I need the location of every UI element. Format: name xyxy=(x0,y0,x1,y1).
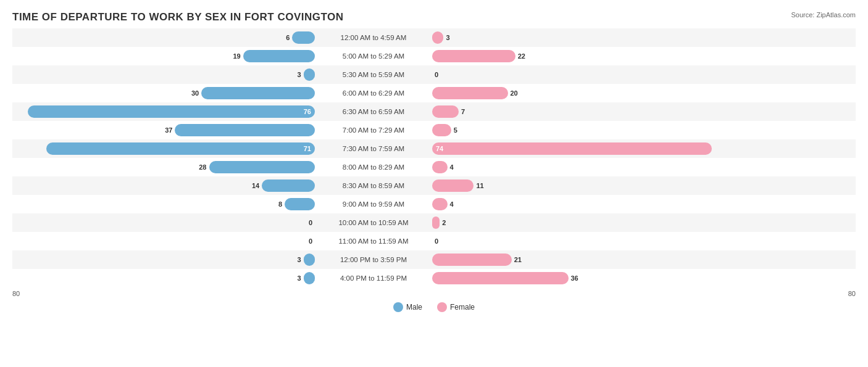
male-side: 3 xyxy=(12,68,315,81)
female-value: 20 xyxy=(511,89,518,97)
female-bar xyxy=(432,179,474,192)
time-label: 7:00 AM to 7:29 AM xyxy=(315,126,432,134)
table-row: 28 8:00 AM to 8:29 AM 4 xyxy=(12,158,856,176)
time-label: 4:00 PM to 11:59 PM xyxy=(315,274,432,282)
male-value-inside: 76 xyxy=(304,108,315,115)
time-label: 9:00 AM to 9:59 AM xyxy=(315,200,432,208)
female-value: 36 xyxy=(571,274,578,282)
female-bar xyxy=(432,254,512,266)
table-row: 8 9:00 AM to 9:59 AM 4 xyxy=(12,195,856,213)
female-value: 21 xyxy=(514,256,522,263)
male-side: 14 xyxy=(12,179,315,192)
female-value: 7 xyxy=(461,108,465,115)
female-bar xyxy=(432,272,569,284)
female-side: 5 xyxy=(432,124,856,136)
x-axis-right: 80 xyxy=(848,290,856,297)
female-bar xyxy=(432,105,459,118)
legend-female: Female xyxy=(437,302,475,312)
male-side: 19 xyxy=(12,50,315,62)
female-side: 74 xyxy=(432,142,856,155)
male-value: 30 xyxy=(191,89,199,97)
male-bar xyxy=(304,68,315,81)
male-bar xyxy=(292,31,315,44)
chart-area: 6 12:00 AM to 4:59 AM 3 19 5:00 AM to 5:… xyxy=(12,28,856,287)
male-value: 28 xyxy=(199,163,206,171)
female-side: 11 xyxy=(432,179,856,192)
table-row: 3 4:00 PM to 11:59 PM 36 xyxy=(12,269,856,287)
male-side: 30 xyxy=(12,87,315,99)
female-side: 0 xyxy=(432,237,856,245)
x-axis-left: 80 xyxy=(12,290,20,297)
table-row: 14 8:30 AM to 8:59 AM 11 xyxy=(12,176,856,195)
table-row: 6 12:00 AM to 4:59 AM 3 xyxy=(12,28,856,47)
table-row: 76 6:30 AM to 6:59 AM 7 xyxy=(12,102,856,121)
table-row: 30 6:00 AM to 6:29 AM 20 xyxy=(12,84,856,102)
time-label: 5:00 AM to 5:29 AM xyxy=(315,52,432,60)
male-value-inside: 71 xyxy=(304,145,315,152)
female-value: 5 xyxy=(454,126,457,134)
female-bar xyxy=(432,216,440,229)
male-bar xyxy=(304,272,315,284)
male-side: 8 xyxy=(12,198,315,210)
legend: Male Female xyxy=(12,302,856,312)
female-value: 0 xyxy=(435,71,438,78)
legend-female-box xyxy=(437,302,447,312)
chart-container: TIME OF DEPARTURE TO WORK BY SEX IN FORT… xyxy=(0,0,868,343)
male-side: 0 xyxy=(12,219,315,226)
time-label: 8:00 AM to 8:29 AM xyxy=(315,163,432,171)
female-side: 22 xyxy=(432,50,856,62)
male-side: 0 xyxy=(12,237,315,245)
legend-male-box xyxy=(393,302,403,312)
male-bar xyxy=(304,254,315,266)
table-row: 71 7:30 AM to 7:59 AM 74 xyxy=(12,139,856,158)
female-side: 21 xyxy=(432,254,856,266)
female-side: 3 xyxy=(432,31,856,44)
table-row: 3 5:30 AM to 5:59 AM 0 xyxy=(12,65,856,84)
female-bar: 74 xyxy=(432,142,712,155)
female-bar xyxy=(432,124,451,136)
table-row: 19 5:00 AM to 5:29 AM 22 xyxy=(12,47,856,65)
male-side: 37 xyxy=(12,124,315,136)
source-text: Source: ZipAtlas.com xyxy=(791,11,856,19)
male-value: 0 xyxy=(309,219,312,226)
female-value: 4 xyxy=(450,200,454,208)
time-label: 8:30 AM to 8:59 AM xyxy=(315,182,432,189)
time-label: 10:00 AM to 10:59 AM xyxy=(315,219,432,226)
table-row: 0 11:00 AM to 11:59 AM 0 xyxy=(12,232,856,250)
female-bar xyxy=(432,198,448,210)
female-bar xyxy=(432,87,508,99)
male-value: 14 xyxy=(252,182,259,189)
time-label: 11:00 AM to 11:59 AM xyxy=(315,237,432,245)
female-side: 36 xyxy=(432,272,856,284)
female-value: 3 xyxy=(446,34,449,41)
legend-male-label: Male xyxy=(406,303,422,311)
male-bar: 71 xyxy=(46,142,315,155)
male-bar: 76 xyxy=(28,105,315,118)
female-bar xyxy=(432,31,443,44)
legend-male: Male xyxy=(393,302,422,312)
male-side: 28 xyxy=(12,161,315,173)
male-bar xyxy=(262,179,315,192)
female-bar xyxy=(432,161,448,173)
female-value-inside: 74 xyxy=(432,145,443,152)
male-bar xyxy=(175,124,315,136)
female-side: 2 xyxy=(432,216,856,229)
female-side: 7 xyxy=(432,105,856,118)
female-side: 4 xyxy=(432,198,856,210)
time-label: 7:30 AM to 7:59 AM xyxy=(315,145,432,152)
time-label: 12:00 AM to 4:59 AM xyxy=(315,34,432,41)
female-bar xyxy=(432,50,515,62)
female-side: 4 xyxy=(432,161,856,173)
female-value: 2 xyxy=(442,219,446,226)
table-row: 0 10:00 AM to 10:59 AM 2 xyxy=(12,213,856,232)
female-value: 11 xyxy=(476,182,483,189)
chart-title: TIME OF DEPARTURE TO WORK BY SEX IN FORT… xyxy=(12,11,856,23)
female-value: 22 xyxy=(518,52,525,60)
male-value: 3 xyxy=(298,256,301,263)
time-label: 5:30 AM to 5:59 AM xyxy=(315,71,432,78)
male-side: 3 xyxy=(12,254,315,266)
table-row: 3 12:00 PM to 3:59 PM 21 xyxy=(12,250,856,269)
male-value: 3 xyxy=(298,71,301,78)
time-label: 12:00 PM to 3:59 PM xyxy=(315,256,432,263)
female-value: 0 xyxy=(435,237,438,245)
